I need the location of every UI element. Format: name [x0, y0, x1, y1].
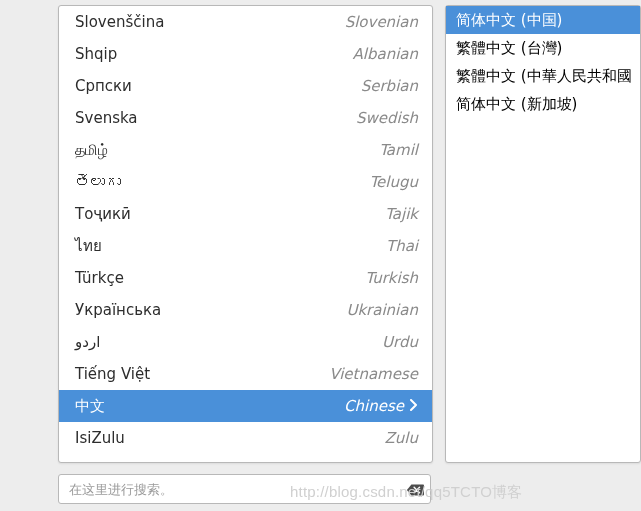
language-native-label: Svenska — [75, 109, 138, 127]
language-english-label: Tajik — [139, 205, 418, 223]
variant-label: 繁體中文 (中華人民共和國 — [456, 67, 632, 86]
language-english-label: Thai — [110, 237, 418, 255]
variant-label: 繁體中文 (台灣) — [456, 39, 562, 58]
language-row[interactable]: SvenskaSwedish — [59, 102, 432, 134]
language-native-label: Тоҷикӣ — [75, 205, 131, 223]
language-row[interactable]: IsiZuluZulu — [59, 422, 432, 454]
clear-search-icon[interactable] — [406, 482, 422, 496]
language-row[interactable]: УкраїнськаUkrainian — [59, 294, 432, 326]
variant-label: 简体中文 (新加坡) — [456, 95, 577, 114]
language-english-label: Slovenian — [172, 13, 418, 31]
language-row[interactable]: СрпскиSerbian — [59, 70, 432, 102]
language-row[interactable]: TürkçeTurkish — [59, 262, 432, 294]
language-native-label: اردو — [75, 333, 100, 351]
language-english-label: Serbian — [140, 77, 418, 95]
language-row[interactable]: தமிழ்Tamil — [59, 134, 432, 166]
language-english-label: Zulu — [133, 429, 418, 447]
search-input[interactable] — [67, 474, 406, 504]
language-row[interactable]: 中文Chinese — [59, 390, 432, 422]
variant-row[interactable]: 繁體中文 (中華人民共和國 — [446, 62, 640, 90]
language-english-label: Ukrainian — [169, 301, 418, 319]
language-row[interactable]: SlovenščinaSlovenian — [59, 6, 432, 38]
variant-row[interactable]: 简体中文 (新加坡) — [446, 90, 640, 118]
language-row[interactable]: ไทยThai — [59, 230, 432, 262]
language-list-scroll[interactable]: SlovenščinaSlovenianShqipAlbanianСрпскиS… — [59, 6, 432, 462]
language-native-label: Türkçe — [75, 269, 124, 287]
language-row[interactable]: తెలుగుTelugu — [59, 166, 432, 198]
language-panel: SlovenščinaSlovenianShqipAlbanianСрпскиS… — [58, 5, 433, 463]
language-english-label: Vietnamese — [158, 365, 418, 383]
language-english-label: Swedish — [146, 109, 418, 127]
language-row[interactable]: Tiếng ViệtVietnamese — [59, 358, 432, 390]
language-english-label: Tamil — [116, 141, 418, 159]
language-native-label: Slovenščina — [75, 13, 164, 31]
search-field-wrap — [58, 474, 431, 504]
variant-row[interactable]: 简体中文 (中国) — [446, 6, 640, 34]
language-english-label: Chinese — [113, 397, 404, 415]
language-native-label: Українська — [75, 301, 161, 319]
variant-list-scroll[interactable]: 简体中文 (中国)繁體中文 (台灣)繁體中文 (中華人民共和國简体中文 (新加坡… — [446, 6, 640, 462]
language-native-label: తెలుగు — [75, 173, 121, 191]
variant-panel: 简体中文 (中国)繁體中文 (台灣)繁體中文 (中華人民共和國简体中文 (新加坡… — [445, 5, 641, 463]
language-native-label: Shqip — [75, 45, 117, 63]
language-row[interactable]: ShqipAlbanian — [59, 38, 432, 70]
language-english-label: Albanian — [125, 45, 418, 63]
language-english-label: Urdu — [108, 333, 418, 351]
variant-label: 简体中文 (中国) — [456, 11, 562, 30]
language-native-label: 中文 — [75, 397, 105, 416]
language-english-label: Telugu — [129, 173, 418, 191]
language-row[interactable]: ТоҷикӣTajik — [59, 198, 432, 230]
chevron-right-icon — [410, 397, 418, 415]
variant-row[interactable]: 繁體中文 (台灣) — [446, 34, 640, 62]
language-native-label: ไทย — [75, 234, 102, 258]
language-native-label: Tiếng Việt — [75, 365, 150, 383]
language-native-label: IsiZulu — [75, 429, 125, 447]
language-native-label: Српски — [75, 77, 132, 95]
language-english-label: Turkish — [132, 269, 418, 287]
language-row[interactable]: اردوUrdu — [59, 326, 432, 358]
language-native-label: தமிழ் — [75, 141, 108, 159]
